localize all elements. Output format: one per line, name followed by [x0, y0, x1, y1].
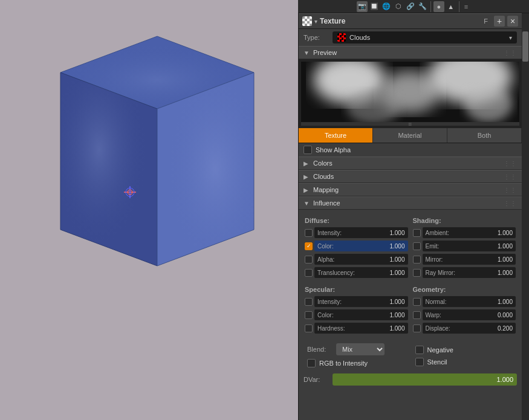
displace-checkbox[interactable]	[413, 325, 421, 332]
translucency-value: 1.000	[389, 270, 404, 276]
spec-intensity-label: Intensity:	[317, 299, 342, 305]
panel-scrollbar[interactable]	[522, 13, 529, 420]
panel-title: Texture	[320, 17, 345, 25]
modifier-icon[interactable]: 🔧	[417, 1, 428, 12]
ray-mirror-checkbox[interactable]	[413, 269, 421, 277]
top-toolbar: 📷 🔲 🌐 ⬡ 🔗 🔧 ● ▲ ≡	[298, 0, 529, 13]
displace-field[interactable]: Displace: 0.200	[423, 323, 516, 334]
normal-checkbox[interactable]	[413, 298, 421, 306]
clouds-title: Clouds	[313, 173, 334, 180]
properties-panel: ▾ Texture F + × Type: Clouds ▾ ▼ Preview…	[298, 13, 522, 420]
negative-checkbox[interactable]	[415, 346, 424, 354]
spec-intensity-value: 1.000	[389, 299, 404, 305]
normal-row: Normal: 1.000	[413, 296, 516, 308]
warp-field[interactable]: Warp: 0.000	[423, 309, 516, 320]
mirror-value: 1.000	[498, 256, 513, 263]
viewport[interactable]	[0, 0, 298, 420]
type-dropdown[interactable]: Clouds ▾	[333, 31, 517, 44]
render-icon[interactable]: 📷	[357, 1, 368, 12]
scrollbar-thumb[interactable]	[522, 31, 528, 62]
hardness-checkbox[interactable]	[305, 325, 313, 332]
material-icon[interactable]: ●	[433, 1, 444, 12]
tab-both[interactable]: Both	[447, 128, 522, 143]
influence-arrow: ▼	[303, 200, 311, 207]
hardness-row: Hardness: 1.000	[305, 322, 408, 334]
spec-color-value: 1.000	[389, 312, 404, 318]
dvar-label: DVar:	[303, 376, 328, 383]
spec-intensity-field[interactable]: Intensity: 1.000	[314, 296, 408, 307]
stencil-checkbox[interactable]	[415, 358, 424, 366]
alpha-field[interactable]: Alpha: 1.000	[314, 254, 408, 265]
alpha-row: Alpha: 1.000	[305, 253, 408, 265]
mapping-dots: ⋮⋮	[504, 187, 517, 193]
negative-row: Negative	[411, 344, 519, 356]
dvar-value: 1.000	[496, 376, 513, 383]
ambient-checkbox[interactable]	[413, 229, 421, 237]
spec-color-field[interactable]: Color: 1.000	[314, 309, 408, 320]
hardness-label: Hardness:	[317, 325, 345, 332]
normal-value: 1.000	[498, 299, 513, 305]
tab-material[interactable]: Material	[373, 128, 447, 143]
cloud-noise-svg	[301, 62, 519, 122]
preview-section-header[interactable]: ▼ Preview ⋮⋮	[299, 46, 522, 59]
emit-checkbox[interactable]	[413, 242, 421, 250]
show-alpha-row: Show Alpha	[299, 143, 522, 157]
mirror-field[interactable]: Mirror: 1.000	[423, 254, 516, 265]
ray-mirror-row: Ray Mirror: 1.000	[413, 267, 516, 279]
close-texture-button[interactable]: ×	[507, 16, 518, 27]
spec-intensity-checkbox[interactable]	[305, 298, 313, 306]
warp-value: 0.000	[498, 312, 513, 318]
preview-arrow: ▼	[303, 50, 311, 56]
normal-field[interactable]: Normal: 1.000	[423, 296, 516, 307]
scene-icon[interactable]: 🔲	[369, 1, 380, 12]
preview-divider: ≡	[301, 122, 519, 126]
show-alpha-checkbox[interactable]	[303, 146, 312, 154]
mapping-section-header[interactable]: ▶ Mapping ⋮⋮	[299, 183, 522, 196]
spec-color-checkbox[interactable]	[305, 311, 313, 319]
ambient-field[interactable]: Ambient: 1.000	[423, 227, 516, 238]
intensity-field[interactable]: Intensity: 1.000	[314, 227, 408, 238]
mirror-checkbox[interactable]	[413, 256, 421, 263]
panel-dropdown-arrow[interactable]: ▾	[314, 18, 317, 25]
spec-intensity-row: Intensity: 1.000	[305, 296, 408, 308]
translucency-label: Translucency:	[317, 270, 355, 276]
blend-select[interactable]: Mix	[336, 343, 385, 355]
alpha-value: 1.000	[389, 256, 404, 263]
translucency-field[interactable]: Translucency: 1.000	[314, 267, 408, 278]
type-dropdown-arrow: ▾	[509, 34, 512, 41]
color-value: 1.000	[389, 243, 404, 250]
dots-center: ≡	[462, 3, 470, 10]
translucency-row: Translucency: 1.000	[305, 267, 408, 279]
warp-checkbox[interactable]	[413, 311, 421, 319]
tab-bar: Texture Material Both	[299, 128, 522, 143]
translucency-checkbox[interactable]	[305, 269, 313, 277]
3d-viewport-svg	[0, 0, 290, 420]
object-icon[interactable]: ⬡	[393, 1, 404, 12]
geometry-header: Geometry:	[413, 285, 516, 296]
constraints-icon[interactable]: 🔗	[405, 1, 416, 12]
rgb-intensity-checkbox[interactable]	[307, 359, 316, 367]
color-field[interactable]: Color: 1.000	[314, 241, 408, 251]
clouds-section-header[interactable]: ▶ Clouds ⋮⋮	[299, 170, 522, 183]
normal-label: Normal:	[426, 299, 447, 305]
add-texture-button[interactable]: +	[494, 16, 505, 27]
diffuse-column: Diffuse: Intensity: 1.000 Color:	[302, 215, 411, 337]
data-icon[interactable]: ▲	[446, 1, 456, 12]
intensity-checkbox[interactable]	[305, 229, 313, 237]
colors-title: Colors	[313, 160, 333, 167]
color-checkbox[interactable]	[305, 242, 313, 250]
warp-label: Warp:	[426, 312, 441, 318]
influence-section-header[interactable]: ▼ Influence ⋮⋮	[299, 196, 522, 210]
dvar-field[interactable]: 1.000	[333, 373, 517, 386]
type-label: Type:	[303, 34, 328, 41]
blend-label: Blend:	[307, 346, 331, 353]
hardness-value: 1.000	[389, 325, 404, 332]
world-icon[interactable]: 🌐	[381, 1, 392, 12]
colors-section-header[interactable]: ▶ Colors ⋮⋮	[299, 157, 522, 170]
hardness-field[interactable]: Hardness: 1.000	[314, 323, 408, 334]
ray-mirror-field[interactable]: Ray Mirror: 1.000	[423, 267, 516, 278]
tab-texture[interactable]: Texture	[299, 128, 373, 143]
emit-row: Emit: 1.000	[413, 240, 516, 252]
emit-field[interactable]: Emit: 1.000	[423, 241, 516, 251]
alpha-checkbox[interactable]	[305, 256, 313, 263]
